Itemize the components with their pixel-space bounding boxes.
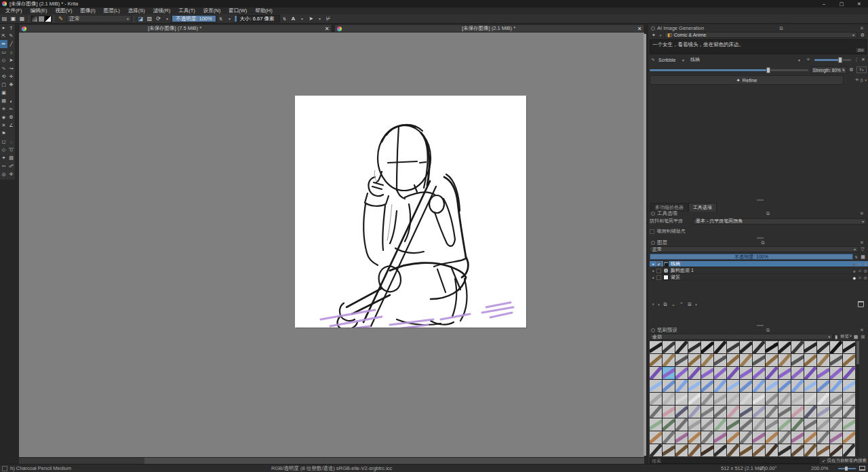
wand-icon[interactable]: ✦ [650, 33, 658, 38]
inherit-alpha-icon[interactable]: α [859, 262, 861, 267]
edit-shapes-tool[interactable]: ✎ [7, 32, 15, 40]
panel-splitter-handle[interactable] [757, 325, 764, 326]
brush-preset-45[interactable] [817, 367, 829, 379]
brush-preset-80[interactable] [650, 406, 662, 418]
brush-preset-122[interactable] [778, 431, 791, 444]
brush-preset-92[interactable] [804, 406, 816, 418]
brush-preset-71[interactable] [740, 393, 752, 405]
multibrush-tool[interactable]: ✛ [7, 73, 15, 81]
brush-preset-111[interactable] [843, 418, 855, 431]
brush-preset-107[interactable] [791, 418, 804, 431]
brush-preset-24[interactable] [753, 354, 765, 366]
layer-checkbox[interactable] [656, 275, 661, 280]
brush-preset-96[interactable] [650, 418, 662, 431]
brush-preset-11[interactable] [791, 341, 804, 353]
float-docker-icon[interactable]: ⧉ [765, 211, 772, 216]
smart-patch-tool[interactable]: ✂ [7, 105, 15, 113]
wrap-around-icon[interactable]: ⊬ [325, 15, 332, 22]
horizontal-mirror-icon[interactable]: A [290, 15, 297, 22]
pattern-edit-tool[interactable]: ✳ [0, 105, 7, 113]
brush-preset-43[interactable] [791, 367, 804, 379]
rect-select-tool[interactable]: ◻ [0, 138, 7, 146]
transform-tool[interactable]: ▢ [0, 81, 7, 89]
brush-preset-10[interactable] [778, 341, 791, 353]
collapse-icon[interactable] [651, 241, 655, 245]
brush-preset-79[interactable] [843, 393, 855, 405]
brush-preset-137[interactable] [766, 444, 778, 456]
brush-preset-50[interactable] [675, 380, 688, 392]
brush-preset-69[interactable] [714, 393, 726, 405]
close-docker-icon[interactable]: ✕ [859, 240, 865, 245]
thumbnail-size-icon[interactable]: ▦ [859, 254, 867, 260]
chevron-down-icon[interactable]: ▾ [316, 15, 323, 22]
brush-preset-77[interactable] [817, 393, 829, 405]
brush-preset-134[interactable] [727, 444, 739, 456]
close-tab-icon[interactable]: ✕ [635, 26, 644, 32]
move-layer-up-button[interactable]: ⌃ [677, 302, 686, 307]
brush-preset-136[interactable] [753, 444, 765, 456]
brush-preset-33[interactable] [663, 367, 675, 379]
brush-preset-119[interactable] [740, 431, 752, 444]
brush-preset-135[interactable] [740, 444, 752, 456]
brush-preset-138[interactable] [778, 444, 791, 456]
brush-preset-44[interactable] [804, 367, 816, 379]
colorspace-label[interactable]: RGB/透明度 (8 位整数/通道) sRGB-elle-V2-srgbtrc.… [271, 465, 392, 472]
brush-preset-30[interactable] [830, 354, 842, 366]
layer-checkbox[interactable]: ✓ [656, 262, 661, 267]
layer-filter-icon[interactable]: ▽ [859, 247, 867, 252]
text-tool[interactable]: T [7, 24, 15, 32]
brush-preset-54[interactable] [727, 380, 739, 392]
brush-preset-59[interactable] [791, 380, 804, 392]
collapse-icon[interactable] [651, 26, 655, 31]
brush-preset-93[interactable] [817, 406, 829, 418]
similar-select-tool[interactable]: ✦ [0, 154, 7, 162]
brush-preset-86[interactable] [727, 406, 739, 418]
add-layer-button[interactable]: ＋ [650, 301, 656, 308]
brush-preset-99[interactable] [688, 418, 701, 431]
move-tool[interactable]: ✥ [7, 81, 15, 89]
brush-preset-83[interactable] [688, 406, 701, 418]
canvas-rotation[interactable]: ⤢ 0.00° [760, 465, 777, 472]
import-resource-icon[interactable]: ⊞ [859, 334, 867, 340]
brush-preset-141[interactable] [817, 444, 829, 456]
brush-preset-67[interactable] [688, 393, 701, 405]
brush-preset-34[interactable] [675, 367, 688, 379]
brush-preset-29[interactable] [817, 354, 829, 366]
brush-preset-17[interactable] [663, 354, 675, 366]
brush-preset-101[interactable] [714, 418, 726, 431]
layer-blend-mode-dropdown[interactable]: 正常 ▾ [650, 246, 859, 252]
brush-preset-97[interactable] [663, 418, 675, 431]
tag-button[interactable]: 标签˅ [840, 334, 852, 340]
brush-preset-52[interactable] [701, 380, 713, 392]
menu-item-10[interactable]: 帮助(H) [251, 7, 276, 14]
brush-preset-46[interactable] [830, 367, 842, 379]
float-docker-icon[interactable]: ⧉ [778, 26, 785, 31]
size-spinner[interactable]: ⇅ [281, 15, 288, 22]
brush-preset-106[interactable] [778, 418, 791, 431]
move-layer-down-button[interactable]: ⌄ [669, 302, 677, 307]
menu-item-9[interactable]: 窗口(W) [224, 7, 251, 14]
menu-item-5[interactable]: 选择(S) [124, 7, 149, 14]
brush-preset-58[interactable] [778, 380, 791, 392]
brush-preset-113[interactable] [663, 431, 675, 444]
document-tab-1[interactable]: [未保存图像] (7.5 MiB) * ✕ [19, 24, 332, 33]
style-dropdown[interactable]: ◧ Comic & Anime ▾ [665, 32, 857, 38]
scrollbar-thumb[interactable] [144, 458, 644, 464]
menu-item-6[interactable]: 滤镜(R) [149, 7, 174, 14]
save-document-icon[interactable]: ▦ [18, 15, 26, 22]
crop-tool[interactable]: ▣ [0, 89, 7, 97]
brush-preset-65[interactable] [663, 393, 675, 405]
slider-thumb[interactable] [845, 467, 848, 471]
brush-preset-132[interactable] [701, 444, 713, 456]
new-document-icon[interactable]: ▤ [1, 15, 8, 22]
brush-preset-42[interactable] [778, 367, 791, 379]
brush-grid-scrollbar[interactable] [856, 341, 859, 456]
brush-preset-133[interactable] [714, 444, 726, 456]
brush-preset-76[interactable] [804, 393, 816, 405]
brush-preset-98[interactable] [675, 418, 688, 431]
freehand-select-tool[interactable]: ➰ [7, 146, 15, 154]
enclose-fill-tool[interactable]: ⚙ [7, 113, 15, 121]
bezier-select-tool[interactable]: ∾ [0, 162, 7, 170]
close-button[interactable]: ✕ [850, 0, 868, 7]
chevron-down-icon[interactable]: ▾ [658, 33, 663, 37]
